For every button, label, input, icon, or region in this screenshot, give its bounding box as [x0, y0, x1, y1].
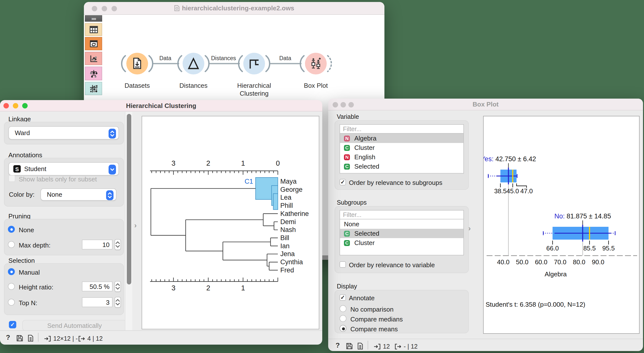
workflow-node-datasets[interactable]: [126, 53, 148, 74]
combo-stepper[interactable]: [106, 190, 114, 200]
order-by-subgroups-checkbox[interactable]: ✓: [340, 179, 346, 185]
annotations-value: Student: [21, 165, 46, 173]
compare-medians-radio[interactable]: [340, 315, 346, 322]
subgroups-filter-input[interactable]: [340, 210, 464, 219]
selection-manual-label: Manual: [19, 269, 40, 276]
close-button[interactable]: [4, 103, 9, 108]
order-by-subgroups-label: Order by relevance to subgroups: [349, 179, 442, 186]
compare-means-radio[interactable]: [340, 325, 346, 332]
selection-top-n-radio[interactable]: [8, 299, 15, 306]
svg-text:Yes: 42.750 ± 6.42: Yes: 42.750 ± 6.42: [484, 155, 536, 163]
close-button[interactable]: [332, 102, 338, 107]
minimize-button[interactable]: [13, 103, 18, 108]
node-label-distances: Distances: [164, 82, 223, 90]
bp-titlebar[interactable]: Box Plot: [328, 99, 643, 110]
chevron-up-icon: [116, 283, 120, 286]
pruning-max-depth-radio[interactable]: [8, 241, 15, 248]
link-label-data-1: Data: [146, 55, 185, 61]
svg-text:1: 1: [241, 284, 245, 292]
splitter-chevron-icon[interactable]: ›: [134, 221, 137, 229]
subgroup-item-selected[interactable]: C Selected: [340, 229, 464, 238]
svg-text:George: George: [280, 186, 302, 193]
output-icon[interactable]: [78, 335, 85, 342]
svg-text:Nash: Nash: [280, 226, 296, 233]
annotate-checkbox[interactable]: ✓: [340, 294, 346, 301]
annotate-label: Annotate: [349, 294, 374, 302]
variable-item-algebra[interactable]: N Algebra: [340, 134, 464, 143]
report-icon[interactable]: [357, 343, 364, 350]
scrollbar-handle[interactable]: [126, 114, 131, 285]
order-by-variable-checkbox[interactable]: [340, 261, 346, 268]
color-by-combobox[interactable]: None: [40, 188, 116, 201]
variable-item-english[interactable]: N English: [340, 152, 464, 162]
combo-stepper[interactable]: [108, 128, 116, 138]
max-depth-spinbox[interactable]: 10: [82, 240, 112, 250]
boxplot-chart-area[interactable]: Yes: 42.750 ± 6.4238.545.047.0No: 81.875…: [483, 116, 640, 334]
top-n-spinbox[interactable]: 3: [82, 297, 112, 307]
svg-text:C1: C1: [244, 178, 253, 185]
annotations-combobox[interactable]: S Student: [8, 162, 119, 176]
pruning-none-label: None: [19, 226, 34, 234]
input-icon[interactable]: [44, 335, 51, 342]
order-by-variable-label: Order by relevance to variable: [349, 261, 435, 269]
node-label-datasets: Datasets: [108, 82, 167, 90]
variable-item-selected[interactable]: C Selected: [340, 162, 464, 171]
help-icon[interactable]: ?: [6, 333, 10, 341]
controls-scrollbar-track[interactable]: [125, 112, 132, 330]
subgroups-list[interactable]: None C Selected C Cluster: [340, 219, 464, 255]
subgroup-item-none[interactable]: None: [340, 219, 464, 229]
splitter-chevron-icon[interactable]: ›: [468, 224, 471, 232]
workflow-node-hierarchical-clustering[interactable]: [243, 53, 265, 74]
selection-height-ratio-radio[interactable]: [8, 283, 15, 290]
report-icon[interactable]: [27, 335, 34, 342]
hc-titlebar[interactable]: Hierarchical Clustering: [0, 100, 322, 111]
output-icon[interactable]: [394, 343, 402, 350]
variable-label: Variable: [337, 113, 359, 120]
zoom-button[interactable]: [22, 103, 28, 108]
svg-text:38.5: 38.5: [494, 187, 507, 195]
svg-text:50.0: 50.0: [516, 258, 528, 266]
boxplot-chart: Yes: 42.750 ± 6.4238.545.047.0No: 81.875…: [484, 116, 639, 333]
save-icon[interactable]: [16, 335, 23, 342]
send-automatically-checkbox[interactable]: ✓: [9, 321, 16, 328]
combo-dropdown[interactable]: [108, 164, 116, 174]
pruning-none-radio[interactable]: [8, 226, 15, 233]
save-icon[interactable]: [346, 343, 353, 350]
svg-text:Cynthia: Cynthia: [280, 258, 303, 266]
workflow-node-distances[interactable]: [182, 53, 204, 74]
svg-text:Phill: Phill: [280, 202, 293, 209]
hc-window-title: Hierarchical Clustering: [126, 102, 196, 109]
no-comparison-radio[interactable]: [340, 305, 346, 312]
variable-filter-input[interactable]: [340, 124, 464, 134]
linkage-combobox[interactable]: Ward: [8, 126, 119, 139]
svg-text:Maya: Maya: [280, 178, 297, 185]
dendrogram-plot-area[interactable]: C1MayaGeorgeLeaPhillKatherineDemiNashBil…: [142, 116, 319, 329]
chevron-up-icon: [116, 241, 120, 244]
categorical-variable-icon: C: [344, 163, 350, 169]
desktop: hierarchicalclustering-example2.ows »»: [0, 0, 644, 353]
bp-window-title: Box Plot: [472, 101, 498, 108]
zoom-button[interactable]: [348, 102, 354, 107]
updown-chevrons-icon: [110, 130, 115, 137]
show-labels-checkbox[interactable]: [8, 175, 15, 182]
top-n-stepper[interactable]: [114, 297, 121, 308]
input-icon[interactable]: [374, 343, 381, 350]
svg-text:No: 81.875 ± 14.85: No: 81.875 ± 14.85: [554, 213, 611, 220]
svg-text:90.0: 90.0: [592, 258, 604, 266]
variable-list[interactable]: N Algebra C Cluster N English C Selected: [340, 134, 464, 174]
subgroup-item-cluster[interactable]: C Cluster: [340, 238, 464, 248]
svg-text:Demi: Demi: [280, 218, 296, 226]
height-ratio-spinbox[interactable]: 50.5 %: [82, 282, 112, 291]
height-ratio-stepper[interactable]: [114, 281, 121, 292]
chevron-down-icon: [116, 303, 120, 306]
selection-manual-radio[interactable]: [8, 268, 15, 275]
variable-item-cluster[interactable]: C Cluster: [340, 143, 464, 152]
send-automatically-button[interactable]: Send Automatically: [22, 320, 127, 331]
variable-name: Algebra: [354, 135, 376, 142]
help-icon[interactable]: ?: [336, 341, 340, 349]
compare-means-label: Compare means: [350, 325, 398, 333]
svg-text:70.0: 70.0: [554, 258, 566, 266]
max-depth-stepper[interactable]: [114, 239, 121, 250]
minimize-button[interactable]: [340, 102, 346, 107]
workflow-node-box-plot[interactable]: [305, 53, 327, 74]
